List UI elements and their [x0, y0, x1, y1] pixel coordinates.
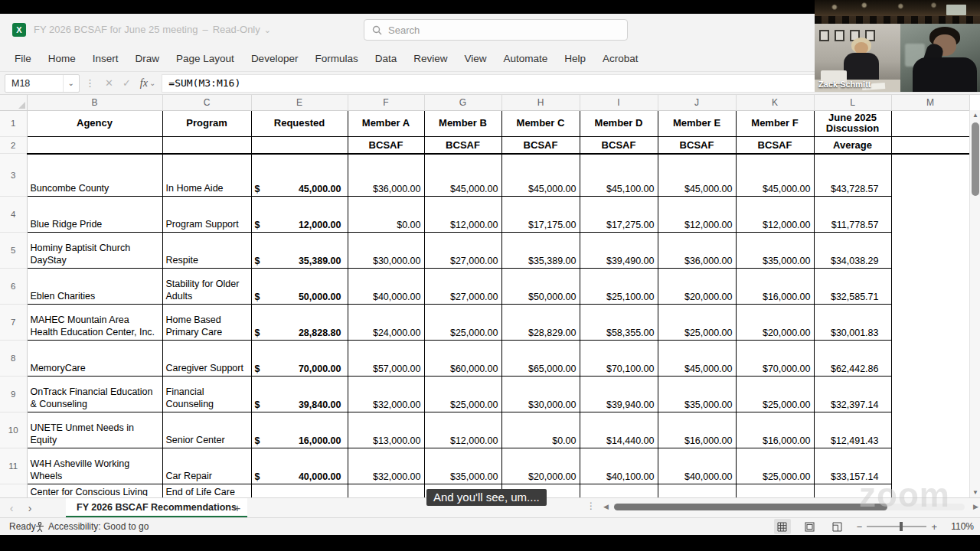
cell-member-d[interactable]: $40,100.00 [580, 448, 658, 484]
name-box-chevron-down-icon[interactable]: ⌄ [63, 75, 79, 92]
cell-empty[interactable] [891, 305, 969, 341]
cell-agency[interactable]: MemoryCare [27, 341, 162, 377]
column-header-E[interactable]: E [251, 95, 348, 110]
cell-program[interactable]: Senior Center [162, 412, 251, 448]
cell-member-f[interactable]: $20,000.00 [736, 305, 814, 341]
cell-requested[interactable]: $45,000.00 [251, 154, 348, 197]
cell-member-f[interactable]: $25,000.00 [736, 377, 814, 412]
cell-member-c[interactable]: $65,000.00 [501, 341, 580, 377]
menu-file[interactable]: File [6, 46, 40, 72]
normal-view-button[interactable] [774, 519, 791, 534]
cell-requested[interactable]: $70,000.00 [251, 341, 348, 377]
row-header-2[interactable]: 2 [0, 137, 27, 154]
cell-member-d[interactable]: $45,100.00 [580, 154, 658, 197]
cell-bcsaf[interactable]: BCSAF [580, 137, 658, 154]
row-header-11[interactable]: 11 [0, 448, 27, 484]
cell-program[interactable]: Financial Counseling [162, 377, 251, 412]
scroll-down-icon[interactable]: ▼ [970, 489, 980, 496]
cell-empty[interactable] [891, 412, 969, 448]
cell-member-a[interactable]: $13,000.00 [348, 412, 424, 448]
cell-average[interactable]: $30,001.83 [814, 305, 891, 341]
prev-sheet-icon[interactable]: ‹ [3, 498, 20, 518]
column-header-B[interactable]: B [27, 95, 162, 110]
add-sheet-icon[interactable]: + [230, 498, 245, 518]
zoom-level[interactable]: 110% [948, 521, 974, 532]
cell-empty[interactable] [891, 377, 969, 412]
cell-bcsaf[interactable]: BCSAF [424, 137, 501, 154]
cell-member-e[interactable]: $36,000.00 [658, 233, 736, 269]
zoom-slider-track[interactable] [867, 526, 926, 527]
name-box[interactable]: M18 ⌄ [5, 74, 80, 93]
cell-member-c[interactable]: $17,175.00 [501, 197, 580, 233]
cell-member-b[interactable]: $27,000.00 [424, 233, 501, 269]
cell-member-a[interactable]: $32,000.00 [348, 377, 424, 412]
cell-agency[interactable]: MAHEC Mountain Area Health Education Cen… [27, 305, 162, 341]
cell-member-d[interactable]: $25,100.00 [580, 269, 658, 305]
row-header-5[interactable]: 5 [0, 233, 27, 269]
cell-member-f[interactable]: $35,000.00 [736, 233, 814, 269]
cell-empty[interactable] [891, 197, 969, 233]
cell-member-c[interactable]: $30,000.00 [501, 377, 580, 412]
cell-average[interactable]: $62,442.86 [814, 341, 891, 377]
cell-average[interactable]: $32,585.71 [814, 269, 891, 305]
cell-requested[interactable]: $50,000.00 [251, 269, 348, 305]
cell-member-d[interactable]: $39,490.00 [580, 233, 658, 269]
cell-member-b[interactable]: $12,000.00 [424, 412, 501, 448]
cell-member-b[interactable]: $27,000.00 [424, 269, 501, 305]
cell-member-d[interactable]: $14,440.00 [580, 412, 658, 448]
menu-developer[interactable]: Developer [243, 46, 307, 72]
cell-member-f[interactable]: $16,000.00 [736, 412, 814, 448]
formula-bar-grip-icon[interactable]: ⋮ [85, 77, 95, 89]
cell-member-e-header[interactable]: Member E [658, 110, 736, 137]
vertical-scrollbar-thumb[interactable] [972, 122, 979, 196]
column-header-L[interactable]: L [814, 95, 891, 110]
cell-member-f[interactable]: $25,000.00 [736, 448, 814, 484]
cell-member-a[interactable]: $32,000.00 [348, 448, 424, 484]
cell-program[interactable]: Program Support [162, 197, 251, 233]
cell-member-e[interactable]: $16,000.00 [658, 412, 736, 448]
sheet-tab-active[interactable]: FY 2026 BSCAF Recommendations [66, 498, 247, 517]
cell-requested[interactable] [251, 484, 348, 497]
cell-average-header[interactable]: Average [814, 137, 891, 154]
menu-data[interactable]: Data [367, 46, 406, 72]
cell-member-f[interactable]: $12,000.00 [736, 197, 814, 233]
cell-program[interactable]: Stability for Older Adults [162, 269, 251, 305]
cell-member-e[interactable]: $45,000.00 [658, 154, 736, 197]
row-header-6[interactable]: 6 [0, 269, 27, 305]
row-header-3[interactable]: 3 [0, 154, 27, 197]
row-header-1[interactable]: 1 [0, 110, 27, 137]
insert-function-icon[interactable]: fx [140, 77, 148, 90]
cell-bcsaf[interactable]: BCSAF [736, 137, 814, 154]
column-header-H[interactable]: H [501, 95, 580, 110]
menu-review[interactable]: Review [405, 46, 456, 72]
select-all-corner[interactable] [0, 95, 27, 110]
zoom-slider-thumb[interactable] [900, 522, 903, 531]
column-header-I[interactable]: I [580, 95, 658, 110]
menu-help[interactable]: Help [556, 46, 594, 72]
menu-automate[interactable]: Automate [495, 46, 557, 72]
cell-member-a[interactable]: $40,000.00 [348, 269, 424, 305]
cell-member-d[interactable]: $17,275.00 [580, 197, 658, 233]
excel-app-icon[interactable]: X [12, 23, 26, 37]
menu-insert[interactable]: Insert [84, 46, 127, 72]
column-header-F[interactable]: F [348, 95, 424, 110]
tab-splitter-grip-icon[interactable]: ⋮ [586, 500, 596, 511]
zoom-out-icon[interactable]: − [857, 521, 863, 533]
cell-average[interactable]: $43,728.57 [814, 154, 891, 197]
cell-program[interactable]: End of Life Care [162, 484, 251, 497]
cell-member-a[interactable]: $0.00 [348, 197, 424, 233]
cell-average[interactable]: $34,038.29 [814, 233, 891, 269]
cell-member-c[interactable]: $20,000.00 [501, 448, 580, 484]
column-header-C[interactable]: C [162, 95, 251, 110]
cell-member-a[interactable]: $57,000.00 [348, 341, 424, 377]
cell-empty[interactable] [891, 341, 969, 377]
participant-video-2[interactable] [900, 24, 980, 92]
page-break-preview-button[interactable] [829, 519, 846, 534]
cell-member-e[interactable]: $20,000.00 [658, 269, 736, 305]
cell-bcsaf[interactable]: BCSAF [348, 137, 424, 154]
cell-member-b[interactable]: $25,000.00 [424, 305, 501, 341]
column-header-K[interactable]: K [736, 95, 814, 110]
cell-program[interactable]: In Home Aide [162, 154, 251, 197]
cell-member-a-header[interactable]: Member A [348, 110, 424, 137]
cell-member-b[interactable]: $12,000.00 [424, 197, 501, 233]
